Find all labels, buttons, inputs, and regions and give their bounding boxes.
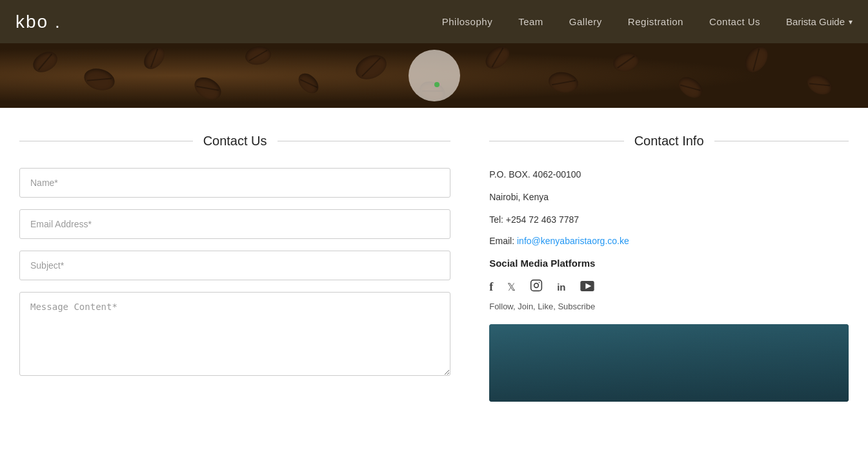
contact-form-section: Contact Us — [19, 134, 450, 402]
nav-gallery[interactable]: Gallery — [569, 16, 602, 27]
nav-team[interactable]: Team — [518, 16, 543, 27]
nav-links: Philosophy Team Gallery Registration Con… — [442, 16, 760, 28]
coffee-bean — [481, 43, 514, 73]
coffee-bean — [30, 48, 61, 76]
chevron-down-icon: ▾ — [849, 17, 853, 26]
address-block: P.O. BOX. 4062-00100 Nairobi, Kenya Tel:… — [489, 168, 849, 246]
nav-contact-us[interactable]: Contact Us — [709, 16, 760, 27]
info-section-header: Contact Info — [489, 134, 849, 149]
coffee-bean — [675, 73, 706, 102]
divider-left — [489, 141, 623, 141]
coffee-bean — [547, 70, 580, 95]
hero-background — [0, 43, 868, 108]
po-box: P.O. BOX. 4062-00100 — [489, 168, 849, 181]
coffee-bean — [740, 43, 772, 77]
form-title: Contact Us — [203, 134, 267, 149]
facebook-icon[interactable]: f — [489, 280, 493, 294]
svg-point-1 — [534, 284, 539, 288]
name-field-group — [19, 168, 450, 198]
city: Nairobi, Kenya — [489, 191, 849, 204]
indicator-dot — [434, 82, 439, 87]
message-textarea[interactable] — [19, 292, 450, 376]
info-title: Contact Info — [634, 134, 704, 149]
coffee-bean — [140, 43, 168, 73]
image-preview — [489, 324, 849, 402]
coffee-bean — [352, 50, 390, 84]
divider-right — [714, 141, 849, 141]
social-heading: Social Media Platforms — [489, 258, 849, 269]
email-field-group — [19, 209, 450, 239]
subject-field-group — [19, 251, 450, 280]
navbar: kbo . Philosophy Team Gallery Registrati… — [0, 0, 868, 43]
contact-info-section: Contact Info P.O. BOX. 4062-00100 Nairob… — [489, 134, 849, 402]
main-content: Contact Us Contact Info P.O. BOX. 4062-0… — [0, 108, 868, 415]
linkedin-icon[interactable]: in — [557, 282, 565, 293]
divider-right — [278, 141, 451, 141]
nav-philosophy[interactable]: Philosophy — [442, 16, 492, 27]
email-input[interactable] — [19, 209, 450, 239]
social-icons-row: f 𝕏 in — [489, 279, 849, 295]
barista-guide-dropdown[interactable]: Barista Guide ▾ — [786, 16, 853, 27]
coffee-bean — [244, 45, 272, 67]
message-field-group — [19, 292, 450, 378]
email-link[interactable]: info@kenyabaristaorg.co.ke — [517, 236, 629, 246]
youtube-icon[interactable] — [580, 280, 594, 294]
name-input[interactable] — [19, 168, 450, 198]
twitter-icon[interactable]: 𝕏 — [507, 281, 516, 293]
telephone: Tel: +254 72 463 7787 — [489, 213, 849, 227]
coffee-bean — [82, 65, 117, 93]
svg-point-2 — [539, 282, 540, 284]
divider-left — [19, 141, 193, 141]
follow-text: Follow, Join, Like, Subscribe — [489, 302, 849, 311]
subject-input[interactable] — [19, 251, 450, 280]
cup-decoration — [409, 50, 460, 101]
coffee-bean — [190, 73, 225, 104]
email-label: Email: — [489, 236, 517, 246]
site-logo[interactable]: kbo . — [15, 12, 61, 32]
instagram-icon[interactable] — [530, 279, 543, 295]
form-section-header: Contact Us — [19, 134, 450, 149]
coffee-bean — [295, 70, 322, 97]
hero-banner — [0, 43, 868, 108]
svg-rect-0 — [531, 280, 542, 291]
coffee-bean — [611, 50, 641, 74]
email-line: Email: info@kenyabaristaorg.co.ke — [489, 236, 849, 246]
nav-registration[interactable]: Registration — [628, 16, 683, 27]
image-preview-bg — [489, 324, 849, 402]
coffee-bean — [804, 71, 835, 98]
